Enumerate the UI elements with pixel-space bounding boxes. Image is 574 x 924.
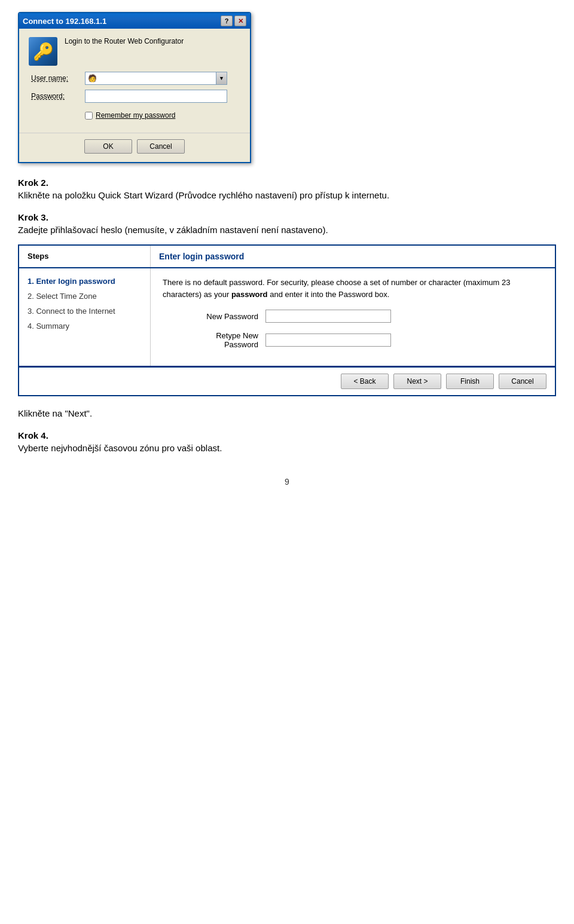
krok4-text: Vyberte nejvhodnější časovou zónu pro va… xyxy=(18,443,556,453)
wizard-steps: 1. Enter login password 2. Select Time Z… xyxy=(19,268,151,366)
krok4-heading: Krok 4. xyxy=(18,430,556,440)
krok3-text: Zadejte přihlašovací heslo (nemusíte, v … xyxy=(18,225,556,235)
wizard-step-4: 4. Summary xyxy=(28,322,142,331)
krok2-section: Krok 2. Klikněte na položku Quick Start … xyxy=(18,178,556,200)
connect-dialog: Connect to 192.168.1.1 ? ✕ 🔑 Login to th… xyxy=(18,12,251,163)
wizard-body: 1. Enter login password 2. Select Time Z… xyxy=(19,268,555,366)
krok4-section: Krok 4. Vyberte nejvhodnější časovou zón… xyxy=(18,430,556,453)
new-password-row: New Password xyxy=(163,310,543,323)
wizard-footer: < Back Next > Finish Cancel xyxy=(19,366,555,395)
remember-label: Remember my password xyxy=(96,111,175,120)
help-button[interactable]: ? xyxy=(221,16,233,26)
password-input[interactable] xyxy=(85,90,227,103)
remember-checkbox[interactable] xyxy=(85,112,93,120)
retype-password-label: Retype New Password xyxy=(163,331,258,349)
krok2-text: Klikněte na položku Quick Start Wizard (… xyxy=(18,190,556,200)
ok-button[interactable]: OK xyxy=(84,139,132,154)
dialog-body: 🔑 Login to the Router Web Configurator U… xyxy=(19,29,250,129)
username-label: User name: xyxy=(31,74,85,82)
dialog-title: Connect to 192.168.1.1 xyxy=(23,17,106,26)
retype-password-input[interactable] xyxy=(265,334,391,347)
username-row: User name: ▼ xyxy=(29,72,240,85)
wizard-content: There is no default password. For securi… xyxy=(151,268,555,366)
krok3-section: Krok 3. Zadejte přihlašovací heslo (nemu… xyxy=(18,212,556,235)
back-button[interactable]: < Back xyxy=(341,374,389,389)
new-password-label: New Password xyxy=(163,312,258,321)
username-input[interactable] xyxy=(85,72,216,85)
close-button[interactable]: ✕ xyxy=(234,16,246,26)
wizard-panel: Steps Enter login password 1. Enter logi… xyxy=(18,244,556,396)
retype-password-row: Retype New Password xyxy=(163,331,543,349)
dialog-container: Connect to 192.168.1.1 ? ✕ 🔑 Login to th… xyxy=(18,12,556,163)
wizard-content-header: Enter login password xyxy=(151,246,555,267)
krok3-heading: Krok 3. xyxy=(18,212,556,222)
wizard-desc-part2: and enter it into the Password box. xyxy=(268,290,390,299)
finish-button[interactable]: Finish xyxy=(446,374,494,389)
new-password-input[interactable] xyxy=(265,310,391,323)
dialog-controls: ? ✕ xyxy=(221,16,246,26)
click-next-text: Klikněte na "Next". xyxy=(18,408,556,418)
wizard-step-3: 3. Connect to the Internet xyxy=(28,307,142,316)
page-number: 9 xyxy=(18,477,556,487)
dialog-footer: OK Cancel xyxy=(19,133,250,162)
cancel-button[interactable]: Cancel xyxy=(137,139,185,154)
dialog-subtitle: Login to the Router Web Configurator xyxy=(65,37,184,45)
next-button[interactable]: Next > xyxy=(393,374,441,389)
wizard-cancel-button[interactable]: Cancel xyxy=(499,374,546,389)
wizard-header: Steps Enter login password xyxy=(19,246,555,268)
wizard-desc-bold: password xyxy=(231,290,268,299)
combo-arrow[interactable]: ▼ xyxy=(216,72,227,85)
username-combo: ▼ xyxy=(85,72,227,85)
krok2-heading: Krok 2. xyxy=(18,178,556,188)
wizard-step-2: 2. Select Time Zone xyxy=(28,292,142,301)
wizard-steps-header: Steps xyxy=(19,246,151,267)
key-icon: 🔑 xyxy=(29,37,57,66)
wizard-step-1: 1. Enter login password xyxy=(28,277,142,286)
wizard-description: There is no default password. For securi… xyxy=(163,277,543,300)
dialog-titlebar: Connect to 192.168.1.1 ? ✕ xyxy=(19,13,250,29)
password-label: Password: xyxy=(31,92,85,100)
remember-row: Remember my password xyxy=(29,108,240,123)
dialog-icon-row: 🔑 Login to the Router Web Configurator xyxy=(29,37,240,66)
password-row: Password: xyxy=(29,90,240,103)
